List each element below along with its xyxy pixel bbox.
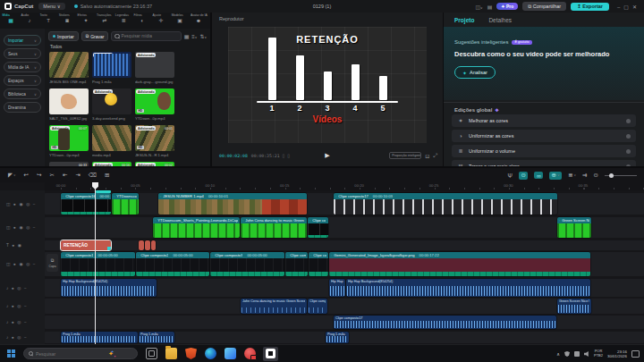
mute-icon[interactable]: −: [33, 262, 36, 266]
visibility-icon[interactable]: ◎: [17, 335, 21, 340]
track-type-icon[interactable]: ◫: [6, 225, 11, 230]
visibility-icon[interactable]: ◉: [19, 202, 22, 206]
fit-screen-icon[interactable]: ⊡: [425, 153, 429, 159]
media-item-ytdown-0p-mp4[interactable]: AdicionadoHDYTDown...0p.mp4: [135, 88, 174, 121]
toggle-off[interactable]: [626, 149, 631, 154]
clip-segment[interactable]: [151, 240, 156, 250]
track-type-icon[interactable]: ♪: [6, 320, 8, 324]
ribbon-tab-legendas[interactable]: ≣Legendas: [114, 18, 132, 24]
ribbon-tab-ajuste[interactable]: ✛Ajuste: [152, 18, 170, 24]
frame-forward-icon[interactable]: ▯: [287, 153, 290, 158]
delete-icon[interactable]: ⌫: [89, 172, 97, 179]
media-item-media-mp4[interactable]: media.mp4: [92, 125, 131, 157]
media-item-jesus-n-r-1-mp4[interactable]: Adicionado00:01HDJESUS-N...R 1.mp4: [135, 125, 174, 157]
toggle-off[interactable]: [626, 134, 631, 139]
hide-icon[interactable]: −: [24, 304, 27, 308]
media-item-ytdown-0p-mp4[interactable]: Adicionado00:07HDYTDown...0p.mp4: [49, 125, 89, 157]
clip-prog-1-m4a[interactable]: Prog 1.m4a: [326, 332, 349, 343]
tab-detalhes[interactable]: Detalhes: [488, 17, 512, 23]
panel-toggle-icon[interactable]: ▤: [487, 4, 493, 10]
capcut-taskbar-active[interactable]: [263, 347, 278, 361]
playhead-line[interactable]: [95, 182, 96, 344]
task-view-button[interactable]: [146, 348, 157, 359]
clip-retencao[interactable]: RETENÇÃO: [61, 240, 111, 250]
global-edit-uniformizar-o-volume[interactable]: ≣Uniformizar o volume: [452, 145, 636, 157]
clip-segment[interactable]: [145, 240, 150, 250]
undo-icon[interactable]: ↩: [24, 172, 29, 179]
clock[interactable]: 23:1630/01/2026: [607, 349, 627, 358]
import-button[interactable]: Importar: [48, 31, 79, 41]
record-button[interactable]: ⧉ Gravar: [81, 31, 109, 41]
trim-right-icon[interactable]: ⇥: [75, 172, 80, 179]
visibility-icon[interactable]: ◎: [17, 286, 21, 290]
media-item-row4-0[interactable]: 00:33: [49, 162, 89, 166]
clip-hip-hop-background-854254[interactable]: Hip Hop Background(854254): [346, 279, 590, 297]
frame-back-icon[interactable]: ▯: [283, 153, 285, 158]
timeline-zoom-slider[interactable]: [605, 175, 637, 176]
ribbon-tab-efeitos[interactable]: ✦Efeitos: [77, 18, 95, 24]
track-type-icon[interactable]: ◫: [6, 262, 11, 266]
notification-center-icon[interactable]: [631, 350, 640, 358]
track-type-icon[interactable]: ◫: [6, 202, 11, 206]
ribbon-tab-transicoes[interactable]: ⇄Transições: [96, 18, 114, 24]
clip-ytdownsco[interactable]: ▫YTDownsco: [112, 193, 139, 215]
lock-icon[interactable]: ●: [12, 335, 14, 340]
mute-icon[interactable]: −: [33, 225, 36, 230]
clip-hip-hop-b[interactable]: Hip Hop B: [329, 279, 345, 297]
hide-icon[interactable]: ◎: [26, 225, 30, 230]
clip-segment[interactable]: [139, 240, 144, 250]
lock-icon[interactable]: ●: [12, 304, 14, 308]
blue-app-icon[interactable]: [225, 348, 236, 359]
sidebar-item-biblioteca[interactable]: Biblioteca∨: [4, 88, 41, 99]
lock-icon[interactable]: ●: [13, 262, 16, 266]
hide-icon[interactable]: ◎: [26, 202, 30, 206]
clip-hip-hop-background-854254[interactable]: Hip Hop Background(854254): [61, 279, 157, 297]
hide-icon[interactable]: ◎: [26, 262, 30, 266]
sidebar-item-dreamina[interactable]: Dreamina: [4, 102, 41, 113]
clip-green-screen-nice-m[interactable]: ▫Green Screen Nice M: [557, 217, 591, 238]
global-edit-uniformizar-as-cores[interactable]: ◑Uniformizar as cores: [452, 130, 636, 142]
auto-ripple-icon[interactable]: ⇉: [582, 172, 587, 179]
ribbon-tab-avatar-de-ia[interactable]: ☻Avatar de IA: [190, 18, 208, 24]
clip-clipe-com[interactable]: ▫Clipe com: [285, 252, 308, 276]
clip-clipe-composto17[interactable]: Clipe composto17: [334, 316, 556, 329]
track-type-icon[interactable]: ♪: [6, 335, 8, 340]
link-toggle[interactable]: ∞: [534, 172, 543, 179]
export-button[interactable]: ↥ Exportar: [571, 3, 609, 11]
clip-clipe-co[interactable]: ▫Clipe co: [308, 217, 328, 238]
clip-clipe-composto2[interactable]: ▫Clipe composto200:00:05:00: [136, 252, 209, 276]
ribbon-tab-midia[interactable]: ▦Mídia: [2, 18, 20, 24]
visibility-icon[interactable]: ◎: [17, 320, 21, 324]
hide-icon[interactable]: −: [24, 286, 27, 290]
file-explorer-icon[interactable]: [165, 348, 177, 359]
preview-axis-toggle[interactable]: ⊕∨: [549, 172, 562, 180]
media-item-salt-tss-00r62-jpg[interactable]: SALT_TSS_00R62.jpg: [49, 88, 89, 121]
filter-icon[interactable]: ⇅∨: [199, 33, 207, 39]
sidebar-item-importar[interactable]: Importar∨: [4, 35, 41, 46]
sidebar-item-seus[interactable]: Seus∨: [4, 48, 41, 59]
lock-icon[interactable]: ●: [12, 320, 14, 324]
start-button[interactable]: [7, 349, 16, 358]
timeline-ruler[interactable]: 00:0000:0500:1000:1500:2000:2500:3000:35: [45, 182, 644, 190]
ribbon-tab-modelos[interactable]: ▣Modelos: [171, 18, 189, 24]
play-button[interactable]: ▶: [325, 152, 329, 159]
ribbon-tab-texto[interactable]: TTexto: [39, 18, 57, 24]
clip-green-screen-nice-m[interactable]: Green Screen Nice M: [557, 299, 591, 314]
clip-clipe-composto17[interactable]: ▫Clipe composto1700:00:10:03: [334, 193, 557, 215]
sort-icon[interactable]: ≡∨: [191, 34, 197, 39]
timeline-settings-icon[interactable]: ⊙: [594, 172, 598, 179]
cover-button[interactable]: ⧉Capa: [47, 254, 58, 272]
global-edit-melhorar-as-cores[interactable]: ✦Melhorar as cores: [452, 114, 636, 127]
pro-badge[interactable]: ✦ Pro: [496, 3, 518, 10]
tray-volume-icon[interactable]: [584, 351, 589, 357]
clip-clipe-composto3[interactable]: ▫Clipe composto300:00:05:00: [210, 252, 284, 276]
lock-icon[interactable]: ●: [13, 225, 16, 230]
clip-john-cena-dancing-to-music-green-scree[interactable]: ▫John Cena dancing to music Green Scree: [241, 217, 307, 238]
lock-icon[interactable]: ●: [12, 243, 14, 248]
track-type-icon[interactable]: T: [6, 243, 9, 248]
clip-clipe-co[interactable]: ▫Clipe co: [309, 252, 328, 276]
hide-icon[interactable]: −: [24, 320, 27, 324]
clip-clipe-composto1[interactable]: ▫Clipe composto100:00:05:00: [61, 252, 135, 276]
ribbon-tab-audio[interactable]: ♪Áudio: [21, 18, 38, 24]
clip-clipe-comp[interactable]: Clipe comp: [308, 299, 327, 314]
